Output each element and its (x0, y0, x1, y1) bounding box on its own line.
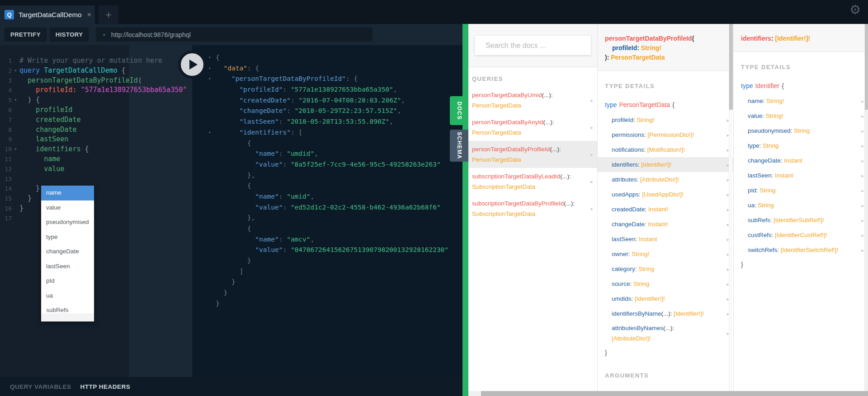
type-field-row[interactable]: lastSeen: Instant▸ (598, 232, 733, 247)
tab-target-data-call-demo[interactable]: Q TargetDataCallDemo × (0, 5, 95, 24)
fold-gutter (12, 85, 19, 95)
fold-arrow-icon[interactable]: ▾ (12, 66, 19, 76)
autocomplete-item[interactable]: pseudonymised (41, 215, 94, 230)
http-headers-tab[interactable]: HTTP HEADERS (80, 383, 131, 390)
docs-search-input[interactable] (475, 36, 591, 55)
query-row[interactable]: subscriptionTargetDataByLeadId(...):Subs… (468, 168, 597, 195)
docs-side-tab[interactable]: DOCS (450, 96, 468, 125)
endpoint-input[interactable] (111, 31, 366, 38)
type-field-row[interactable]: pseudonymised: String▸ (734, 123, 868, 138)
type-field-row[interactable]: type: String▸ (734, 138, 868, 153)
type-name[interactable]: Identifier (755, 82, 779, 89)
autocomplete-item[interactable]: ua (41, 289, 94, 303)
type-field-row[interactable]: category: String▸ (598, 261, 733, 276)
fold-gutter (12, 184, 19, 194)
response-line-text: }, (216, 213, 255, 224)
response-line: } (192, 277, 462, 288)
panel-type-scrollbar-thumb[interactable] (729, 24, 733, 110)
type-field-row[interactable]: custRefs: [IdentifierCustRef!]!▸ (734, 228, 868, 242)
field-type: String (763, 142, 778, 149)
query-row[interactable]: personTargetDataByUmid(...):PersonTarget… (468, 87, 597, 114)
top-bar: Q TargetDataCallDemo × + ⚙ (0, 0, 868, 24)
type-field-row[interactable]: value: String!▸ (734, 108, 868, 123)
type-field-row[interactable]: pId: String▸ (734, 183, 868, 198)
type-field-row[interactable]: notifications: [Motification!]!▸ (598, 142, 733, 157)
query-row[interactable]: subscriptionTargetDataByProfileId(...):S… (468, 195, 597, 222)
docs-accent-strip[interactable] (462, 24, 468, 396)
field-type: String! (766, 98, 784, 104)
type-field-row[interactable]: identifiers: [Identifier!]!▸ (598, 157, 733, 172)
query-editor[interactable]: 1# Write your query or mutation here2▾qu… (0, 45, 192, 377)
panel-identifier-scrollbar[interactable] (864, 24, 868, 396)
panel-identifier-scrollbar-thumb[interactable] (865, 24, 868, 110)
docs-horizontal-scrollbar[interactable] (468, 391, 868, 396)
autocomplete-item[interactable]: pId (41, 274, 94, 289)
response-line: ] (192, 266, 462, 277)
query-row[interactable]: personTargetDataByProfileId(...):PersonT… (468, 141, 597, 168)
type-field-row[interactable]: createdDate: Instant!▸ (598, 202, 733, 217)
type-field-row[interactable]: changeDate: Instant!▸ (598, 217, 733, 232)
type-name[interactable]: PersonTargetData (619, 101, 670, 108)
query-row[interactable]: personTargetDataByAnyId(...):PersonTarge… (468, 114, 597, 141)
panel-type-scrollbar[interactable] (729, 24, 732, 396)
type-field-row[interactable]: source: String▸ (598, 276, 733, 291)
execute-button[interactable] (178, 51, 206, 79)
close-tab-icon[interactable]: × (86, 10, 92, 19)
type-field-row[interactable]: owner: String!▸ (598, 247, 733, 261)
autocomplete-item[interactable]: lastSeen (41, 259, 94, 274)
history-button[interactable]: HISTORY (50, 28, 89, 42)
response-line: ▾ "data": { (192, 63, 462, 74)
fold-arrow-icon[interactable]: ▾ (208, 52, 216, 63)
fold-gutter (12, 194, 19, 204)
type-field-row[interactable]: ua: String▸ (734, 198, 868, 213)
response-viewer[interactable]: ▾{▾ "data": {▾ "personTargetDataByProfil… (192, 45, 462, 377)
autocomplete-dropdown[interactable]: namevaluepseudonymisedtypechangeDatelast… (41, 186, 94, 321)
editor-line-text: query TargetDataCallDemo { (19, 66, 126, 76)
query-variables-tab[interactable]: QUERY VARIABLES (10, 383, 71, 390)
new-tab-button[interactable]: + (99, 5, 118, 24)
fold-gutter (208, 213, 216, 224)
query-type-icon: Q (5, 10, 14, 19)
docs-horizontal-scrollbar-thumb[interactable] (481, 391, 868, 396)
schema-side-tab[interactable]: SCHEMA (450, 130, 468, 162)
type-field-row[interactable]: identifiersByName(...): [Identifier!]!▸ (598, 306, 733, 321)
signature-arg-type: String! (641, 44, 661, 51)
autocomplete-item[interactable]: changeDate (41, 244, 94, 259)
type-field-row[interactable]: attributes: [AttributeDto!]!▸ (598, 172, 733, 187)
fold-arrow-icon[interactable]: ▾ (208, 127, 216, 138)
type-field-row[interactable]: name: String!▸ (734, 93, 868, 108)
editor-line-text: personTargetDataByProfileId( (19, 76, 142, 86)
line-number: 10 (0, 144, 12, 154)
type-field-row[interactable]: subRefs: [IdentifierSubRef!]!▸ (734, 213, 868, 228)
field-type: [AttributeDto!]! (612, 333, 722, 344)
type-field-row[interactable]: permissions: [PermissionDto!]!▸ (598, 127, 733, 142)
editor-line: 13 (0, 174, 192, 184)
type-field-row[interactable]: profileId: String!▸ (598, 112, 733, 127)
fold-arrow-icon[interactable]: ▾ (208, 63, 216, 74)
type-field-row[interactable]: attributesByNames(...):[AttributeDto!]!▸ (598, 321, 733, 345)
type-field-row[interactable]: umdids: [Identifier!]!▸ (598, 291, 733, 306)
open-brace: { (672, 101, 675, 108)
fold-arrow-icon[interactable]: ▾ (208, 74, 216, 84)
arguments-section-header: ARGUMENTS (605, 372, 733, 379)
fold-arrow-icon[interactable]: ▾ (12, 144, 19, 154)
type-field-row[interactable]: changeDate: Instant▸ (734, 153, 868, 168)
field-name: category (612, 266, 635, 272)
settings-gear-icon[interactable]: ⚙ (849, 2, 861, 17)
autocomplete-item[interactable]: value (41, 200, 94, 215)
type-field-row[interactable]: usedApps: [UsedAppDto!]!▸ (598, 187, 733, 202)
fold-gutter (208, 245, 216, 256)
type-field-row[interactable]: lastSeen: Instant▸ (734, 168, 868, 183)
editor-line: 6 profileId (0, 105, 192, 115)
autocomplete-item[interactable]: type (41, 230, 94, 245)
type-field-row[interactable]: switchRefs: [IdentifierSwitchRef!]!▸ (734, 242, 868, 257)
field-type: String (760, 187, 775, 194)
editor-line: 11 name (0, 154, 192, 164)
autocomplete-item[interactable]: name (41, 186, 94, 200)
field-name: owner (612, 251, 628, 257)
field-colon: : (639, 191, 642, 198)
response-line-text: "identifiers": [ (216, 127, 302, 138)
field-type: String! (766, 112, 783, 119)
prettify-button[interactable]: PRETTIFY (5, 28, 47, 42)
fold-arrow-icon[interactable]: ▾ (12, 95, 19, 105)
